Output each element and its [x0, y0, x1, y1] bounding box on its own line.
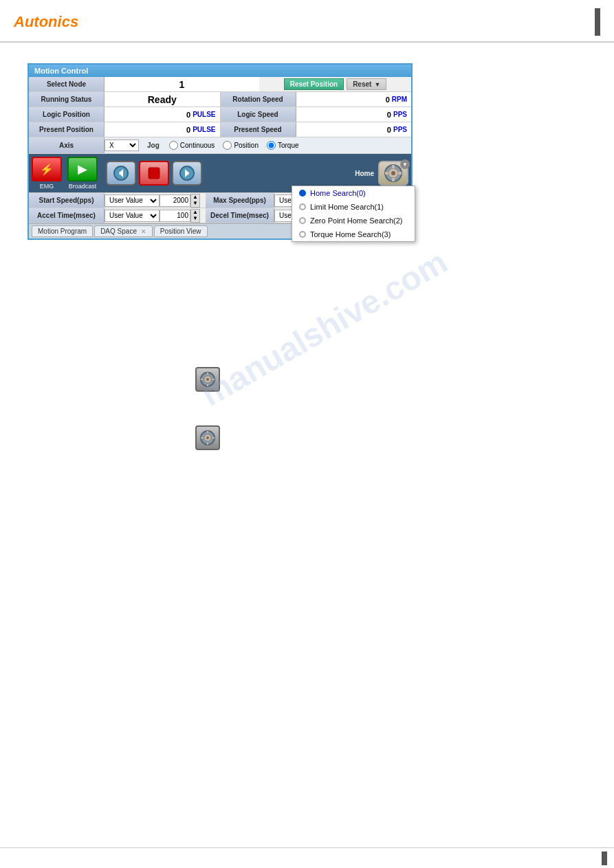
svg-point-6 — [185, 171, 189, 175]
home-search-0-item[interactable]: Home Search(0) — [292, 186, 415, 200]
present-speed-section: Present Speed 0 PPS — [220, 122, 412, 137]
svg-rect-13 — [398, 172, 402, 175]
svg-rect-17 — [207, 372, 208, 375]
svg-rect-19 — [201, 379, 203, 380]
broadcast-label: Broadcast — [69, 183, 97, 190]
svg-rect-24 — [207, 431, 208, 433]
svg-point-9 — [391, 171, 395, 175]
decel-time-label: Decel Time(msec) — [206, 208, 274, 223]
reset-dropdown-arrow: ▼ — [374, 81, 380, 88]
present-position-row: Present Position 0 PULSE Present Speed 0… — [29, 122, 411, 137]
reset-position-button[interactable]: Reset Position — [284, 78, 344, 90]
torque-home-radio — [299, 231, 306, 238]
torque-radio[interactable] — [267, 141, 276, 150]
start-speed-input[interactable] — [160, 194, 190, 207]
zero-point-home-search-2-item[interactable]: Zero Point Home Search(2) — [292, 214, 415, 227]
rotation-speed-unit: RPM — [390, 96, 407, 103]
mode-radio-group: Continuous Position Torque — [169, 141, 299, 150]
logic-speed-unit: PPS — [391, 111, 407, 118]
accel-time-down[interactable]: ▼ — [191, 216, 199, 222]
small-icon-1-area — [193, 364, 223, 394]
present-position-value: 0 PULSE — [105, 122, 220, 137]
home-text-label: Home — [355, 170, 374, 177]
continuous-radio-item[interactable]: Continuous — [169, 141, 215, 150]
stop-icon — [146, 165, 162, 181]
accel-time-label: Accel Time(msec) — [29, 208, 105, 223]
accel-time-select[interactable]: User Value — [105, 210, 160, 222]
logic-position-row: Logic Position 0 PULSE Logic Speed 0 PPS — [29, 107, 411, 122]
small-icon-button-2[interactable] — [195, 425, 220, 450]
logic-position-unit: PULSE — [190, 111, 215, 118]
play-button[interactable]: ▶ — [67, 157, 98, 181]
limit-home-radio — [299, 203, 306, 210]
svg-rect-10 — [392, 165, 395, 168]
tab-daq-space[interactable]: DAQ Space ✕ — [94, 225, 153, 237]
svg-rect-27 — [212, 437, 215, 438]
select-node-label: Select Node — [29, 77, 105, 91]
present-position-unit: PULSE — [190, 126, 215, 133]
select-node-row: Select Node 1 Reset Position Reset ▼ — [29, 77, 411, 92]
small-icon-2-area — [193, 423, 223, 453]
zero-point-home-radio — [299, 217, 306, 224]
left-arrow-button[interactable] — [106, 161, 136, 186]
limit-home-search-1-item[interactable]: Limit Home Search(1) — [292, 200, 415, 214]
motion-control-title: Motion Control — [29, 65, 411, 77]
svg-point-23 — [206, 436, 209, 439]
svg-rect-11 — [392, 178, 395, 181]
running-status-value: Ready — [105, 92, 220, 107]
logic-speed-section: Logic Speed 0 PPS — [220, 107, 412, 122]
footer — [0, 847, 614, 868]
home-btn-row: Home ▼ — [355, 161, 408, 186]
tab-position-view[interactable]: Position View — [154, 225, 208, 237]
svg-point-16 — [206, 378, 209, 381]
present-speed-label: Present Speed — [221, 122, 296, 137]
start-speed-label: Start Speed(pps) — [29, 193, 105, 208]
logic-speed-value: 0 PPS — [296, 107, 412, 122]
torque-home-search-3-item[interactable]: Torque Home Search(3) — [292, 227, 415, 241]
svg-rect-18 — [207, 384, 208, 386]
home-button[interactable]: ▼ — [378, 161, 408, 186]
accel-time-input[interactable] — [160, 210, 190, 222]
emg-button[interactable]: ⚡ — [32, 157, 62, 181]
position-radio-item[interactable]: Position — [223, 141, 259, 150]
axis-label: Axis — [29, 137, 105, 153]
present-speed-value: 0 PPS — [296, 122, 412, 137]
tab-motion-program[interactable]: Motion Program — [32, 225, 93, 237]
emg-area: ⚡ EMG — [32, 157, 62, 190]
axis-row: Axis X Jog Continuous Position Torque — [29, 137, 411, 154]
present-speed-unit: PPS — [391, 126, 407, 133]
svg-rect-25 — [207, 443, 208, 445]
small-icon-button-1[interactable] — [195, 367, 220, 392]
axis-select[interactable]: X — [105, 140, 139, 151]
running-status-section: Running Status Ready — [29, 92, 220, 107]
home-dropdown-menu: Home Search(0) Limit Home Search(1) Zero… — [292, 186, 415, 242]
logic-speed-label: Logic Speed — [221, 107, 296, 122]
svg-rect-26 — [201, 437, 203, 438]
rotation-speed-label: Rotation Speed — [221, 92, 296, 107]
home-search-0-radio — [299, 190, 306, 197]
left-arrow-icon — [113, 165, 129, 181]
torque-radio-item[interactable]: Torque — [267, 141, 299, 150]
right-arrow-icon — [179, 165, 195, 181]
home-area: Home ▼ — [355, 161, 408, 186]
position-radio[interactable] — [223, 141, 232, 150]
right-arrow-button[interactable] — [172, 161, 202, 186]
svg-point-2 — [119, 171, 123, 175]
small-icon-2 — [199, 430, 216, 446]
main-content: Motion Control Select Node 1 Reset Posit… — [0, 43, 614, 254]
continuous-radio[interactable] — [169, 141, 178, 150]
stop-button[interactable] — [139, 161, 169, 186]
start-speed-select[interactable]: User Value — [105, 194, 160, 207]
emg-label: EMG — [40, 183, 54, 190]
small-icon-1 — [199, 371, 216, 388]
running-status-label: Running Status — [29, 92, 105, 107]
button-row: ⚡ EMG ▶ Broadcast — [29, 154, 411, 193]
max-speed-label: Max Speed(pps) — [206, 193, 274, 208]
tab-daq-space-close[interactable]: ✕ — [141, 228, 146, 235]
accel-time-spinner: ▲ ▼ — [190, 209, 200, 223]
reset-button[interactable]: Reset ▼ — [347, 78, 386, 90]
svg-rect-20 — [212, 379, 215, 380]
emg-icon: ⚡ — [40, 163, 54, 176]
start-speed-down[interactable]: ▼ — [191, 201, 199, 207]
rotation-speed-section: Rotation Speed 0 RPM — [220, 92, 412, 107]
